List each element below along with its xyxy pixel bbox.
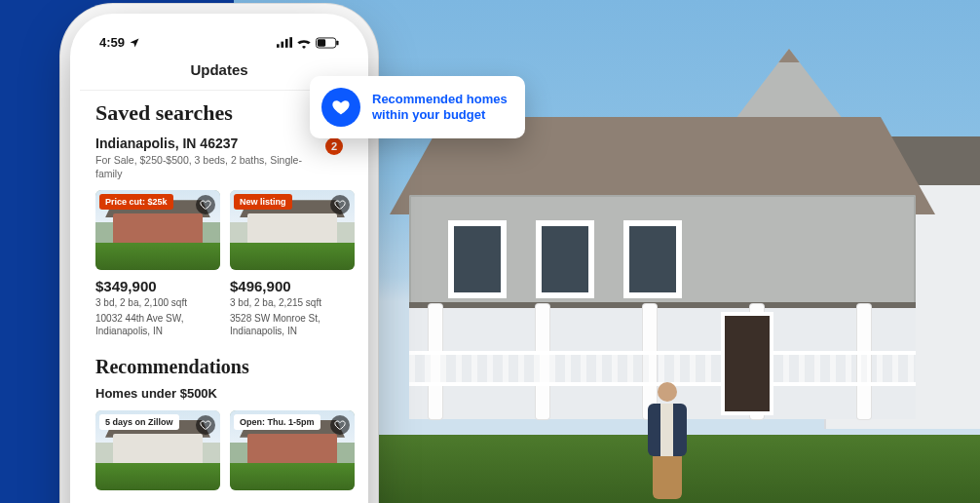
status-time: 4:59 (99, 35, 125, 50)
heart-icon (334, 419, 346, 431)
saved-search-item[interactable]: Indianapolis, IN 46237 For Sale, $250-$5… (95, 135, 343, 180)
heart-icon (200, 419, 211, 431)
svg-rect-3 (289, 37, 292, 48)
saved-searches-heading: Saved searches (95, 100, 343, 126)
listing-card[interactable]: Open: Thu. 1-5pm (230, 410, 355, 490)
heart-icon (331, 97, 351, 117)
listing-meta: 3 bd, 2 ba, 2,215 sqft (230, 296, 355, 310)
listing-thumb: New listing (230, 190, 355, 270)
listing-thumb: 5 days on Zillow (95, 410, 220, 490)
listing-address: 3528 SW Monroe St, Indianapolis, IN (230, 312, 355, 338)
battery-icon (316, 37, 339, 49)
favorite-button[interactable] (330, 415, 350, 435)
svg-rect-1 (281, 42, 283, 48)
saved-search-subtitle: For Sale, $250-$500, 3 beds, 2 baths, Si… (95, 153, 325, 180)
recommendation-callout[interactable]: Recommended homes within your budget (310, 76, 525, 138)
callout-badge (321, 88, 360, 127)
status-bar: 4:59 (80, 23, 358, 54)
person (643, 382, 692, 499)
listing-card[interactable]: Price cut: $25k $349,900 3 bd, 2 ba, 2,1… (95, 190, 220, 338)
saved-search-title: Indianapolis, IN 46237 (95, 135, 325, 151)
listing-meta: 3 bd, 2 ba, 2,100 sqft (95, 296, 220, 310)
listing-thumb: Price cut: $25k (95, 190, 220, 270)
recommendations-heading: Recommendations (95, 356, 343, 378)
heart-icon (334, 199, 346, 211)
wifi-icon (296, 37, 312, 49)
listing-price: $349,900 (95, 278, 220, 294)
svg-rect-5 (318, 39, 325, 46)
svg-rect-0 (277, 44, 280, 48)
location-arrow-icon (129, 37, 140, 49)
heart-icon (200, 199, 211, 211)
recommendations-subtitle: Homes under $500K (95, 386, 343, 401)
listing-thumb: Open: Thu. 1-5pm (230, 410, 355, 490)
svg-rect-6 (336, 40, 338, 45)
listing-price: $496,900 (230, 278, 355, 294)
listing-address: 10032 44th Ave SW, Indianapolis, IN (95, 312, 220, 338)
price-cut-tag: Price cut: $25k (99, 194, 173, 210)
days-on-market-tag: 5 days on Zillow (99, 414, 179, 430)
signal-icon (277, 37, 292, 48)
svg-rect-2 (285, 39, 288, 48)
listing-card[interactable]: New listing $496,900 3 bd, 2 ba, 2,215 s… (230, 190, 355, 338)
favorite-button[interactable] (196, 415, 215, 435)
callout-text: Recommended homes within your budget (372, 92, 508, 124)
new-listing-tag: New listing (234, 194, 292, 210)
listing-card[interactable]: 5 days on Zillow (95, 410, 220, 490)
open-house-tag: Open: Thu. 1-5pm (234, 414, 320, 430)
saved-search-count-badge: 2 (325, 137, 343, 155)
